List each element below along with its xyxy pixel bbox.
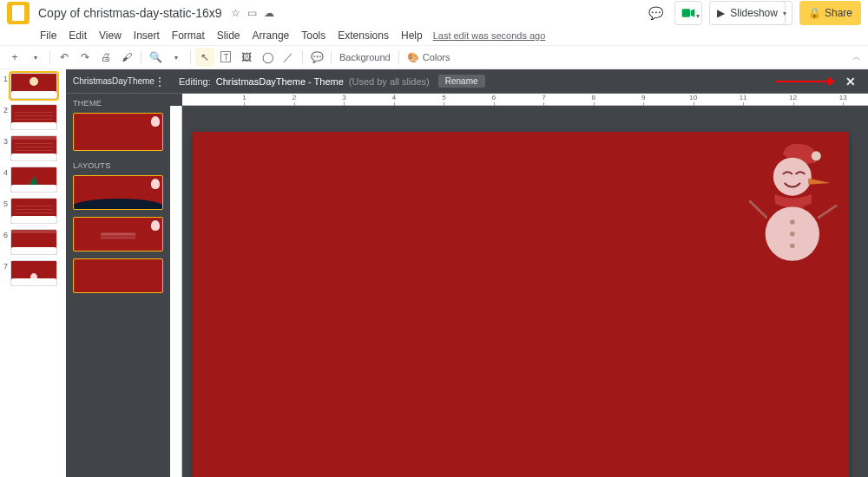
svg-point-5: [790, 232, 795, 237]
move-icon[interactable]: ▭: [247, 7, 257, 19]
separator: [398, 50, 399, 64]
menu-bar: File Edit View Insert Format Slide Arran…: [0, 26, 868, 45]
toolbar: + ▾ ↶ ↷ 🖨 🖌 🔍 ▾ ↖ 🅃 🖼 ◯ ／ 💬 Background 🎨…: [0, 45, 868, 69]
slide-thumbnail[interactable]: [10, 104, 57, 130]
select-tool[interactable]: ↖: [195, 48, 214, 67]
slide-thumbnail[interactable]: [10, 167, 57, 193]
menu-format[interactable]: Format: [167, 28, 210, 43]
menu-arrange[interactable]: Arrange: [247, 28, 295, 43]
new-slide-button[interactable]: +: [5, 48, 24, 67]
slide-number: 6: [2, 229, 10, 239]
theme-panel-header: ChristmasDayTheme ⋮: [66, 69, 170, 94]
horizontal-ruler[interactable]: 12345678910111213: [182, 94, 868, 106]
editor-header: Editing: ChristmasDayTheme - Theme (Used…: [170, 69, 868, 94]
layout-thumb-section[interactable]: [73, 217, 163, 252]
menu-tools[interactable]: Tools: [296, 28, 331, 43]
slideshow-label: Slideshow: [730, 7, 778, 19]
annotation-arrow: [776, 81, 828, 82]
slide-number: 7: [2, 260, 10, 271]
layouts-section-label: LAYOUTS: [66, 156, 170, 173]
snowman-graphic: [743, 137, 838, 267]
menu-insert[interactable]: Insert: [128, 28, 165, 43]
cloud-status-icon[interactable]: ☁: [264, 7, 274, 19]
redo-button[interactable]: ↷: [76, 48, 95, 67]
menu-help[interactable]: Help: [396, 28, 428, 43]
slide-number: 2: [2, 104, 10, 114]
textbox-tool[interactable]: 🅃: [216, 48, 235, 67]
paint-format-button[interactable]: 🖌: [117, 48, 136, 67]
menu-extensions[interactable]: Extensions: [332, 28, 394, 43]
slide-number: 3: [2, 135, 10, 146]
workspace: 1234567 ChristmasDayTheme ⋮ THEME LAYOUT…: [0, 69, 868, 477]
comment-tool[interactable]: 💬: [307, 48, 326, 67]
image-tool[interactable]: 🖼: [237, 48, 256, 67]
line-tool[interactable]: ／: [279, 48, 298, 67]
title-bar: Copy of christmas-day-static-16x9 ☆ ▭ ☁ …: [0, 0, 868, 26]
filmstrip: 1234567: [0, 69, 66, 477]
meet-button[interactable]: ▾: [674, 1, 702, 25]
shape-tool[interactable]: ◯: [258, 48, 277, 67]
lock-icon: 🔒: [808, 7, 821, 19]
theme-canvas[interactable]: [193, 132, 849, 477]
editor-body: [170, 106, 868, 477]
last-edit-link[interactable]: Last edit was seconds ago: [433, 30, 546, 41]
canvas-wrap[interactable]: [182, 106, 868, 477]
layout-thumb-blank[interactable]: [73, 258, 163, 293]
menu-file[interactable]: File: [35, 28, 62, 43]
star-icon[interactable]: ☆: [231, 7, 240, 19]
print-button[interactable]: 🖨: [96, 48, 115, 67]
svg-rect-0: [682, 9, 690, 16]
theme-menu-icon[interactable]: ⋮: [155, 75, 165, 88]
slide-number: 5: [2, 198, 10, 208]
background-button[interactable]: Background: [336, 52, 394, 62]
slide-thumbnail[interactable]: [10, 260, 57, 286]
zoom-dropdown[interactable]: ▾: [167, 48, 186, 67]
slideshow-group: ▶ Slideshow ▾: [709, 1, 792, 25]
separator: [190, 50, 191, 64]
collapse-toolbar-icon[interactable]: ︿: [852, 51, 861, 63]
editing-label: Editing:: [179, 76, 211, 87]
separator: [331, 50, 332, 64]
close-theme-editor-icon[interactable]: ✕: [842, 75, 859, 88]
separator: [141, 50, 141, 64]
slide-thumbnail[interactable]: [10, 135, 57, 161]
separator: [49, 50, 50, 64]
menu-view[interactable]: View: [94, 28, 127, 43]
theme-master-thumb[interactable]: [73, 113, 163, 151]
slide-number: 1: [2, 73, 10, 83]
colors-label: Colors: [423, 52, 450, 62]
slideshow-button[interactable]: ▶ Slideshow: [709, 1, 786, 25]
slide-thumbnail[interactable]: [10, 73, 57, 99]
separator: [302, 50, 303, 64]
document-title[interactable]: Copy of christmas-day-static-16x9: [35, 6, 226, 20]
comments-icon[interactable]: 💬: [643, 1, 667, 25]
share-button[interactable]: 🔒 Share: [799, 1, 861, 25]
zoom-button[interactable]: 🔍: [146, 48, 165, 67]
colors-button[interactable]: 🎨Colors: [404, 52, 454, 63]
slide-thumbnail[interactable]: [10, 198, 57, 224]
rename-button[interactable]: Rename: [438, 75, 485, 88]
menu-edit[interactable]: Edit: [63, 28, 92, 43]
svg-point-6: [790, 244, 795, 249]
titlebar-right: 💬 ▾ ▶ Slideshow ▾ 🔒 Share: [643, 1, 861, 25]
layout-thumb-title[interactable]: [73, 175, 163, 210]
palette-icon: 🎨: [407, 52, 419, 63]
used-by-label: (Used by all slides): [349, 76, 430, 87]
share-label: Share: [825, 7, 852, 19]
slideshow-dropdown[interactable]: ▾: [779, 1, 792, 25]
title-icons: ☆ ▭ ☁: [231, 7, 274, 19]
editing-title: ChristmasDayTheme - Theme: [216, 76, 344, 87]
editor-area: Editing: ChristmasDayTheme - Theme (Used…: [170, 69, 868, 477]
new-slide-dropdown[interactable]: ▾: [26, 48, 45, 67]
undo-button[interactable]: ↶: [55, 48, 74, 67]
slide-thumbnail[interactable]: [10, 229, 57, 255]
slide-number: 4: [2, 167, 10, 177]
theme-name: ChristmasDayTheme: [73, 76, 155, 86]
editor-header-right: ✕: [776, 75, 859, 88]
vertical-ruler[interactable]: [170, 106, 182, 477]
slides-logo[interactable]: [7, 2, 30, 24]
play-icon: ▶: [717, 7, 725, 19]
menu-slide[interactable]: Slide: [212, 28, 246, 43]
theme-panel: ChristmasDayTheme ⋮ THEME LAYOUTS: [66, 69, 170, 477]
svg-point-4: [790, 219, 795, 225]
